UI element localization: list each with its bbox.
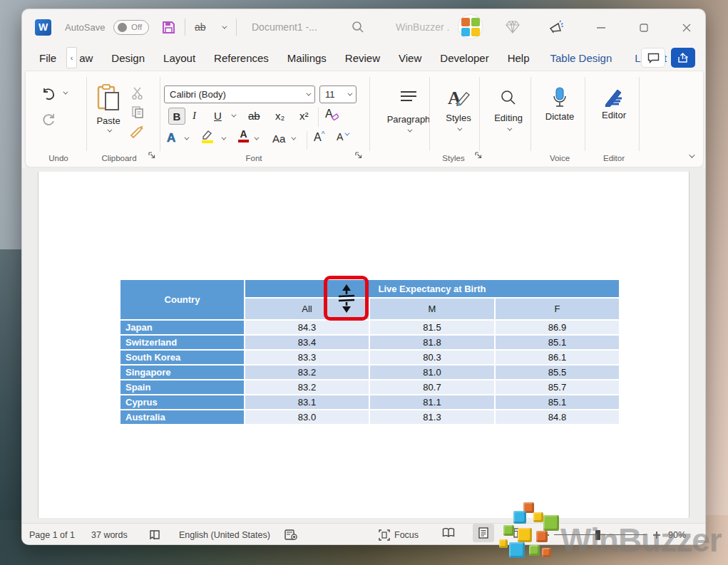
table-corner-header[interactable]: Country bbox=[120, 279, 245, 320]
undo-dropdown-chevron-icon[interactable] bbox=[63, 91, 66, 95]
editor-group-label: Editor bbox=[592, 154, 636, 162]
word-app-icon[interactable]: W bbox=[35, 9, 51, 45]
dictate-label: Dictate bbox=[545, 111, 574, 122]
row-resize-cursor-icon bbox=[337, 284, 356, 313]
close-button[interactable] bbox=[672, 19, 701, 36]
styles-dialog-launcher-icon[interactable] bbox=[475, 150, 483, 162]
tab-mailings[interactable]: Mailings bbox=[278, 45, 336, 71]
undo-group-label: Undo bbox=[39, 154, 78, 162]
italic-button[interactable]: I bbox=[193, 110, 196, 122]
autosave-state: Off bbox=[131, 23, 142, 31]
language-indicator[interactable]: English (United States) bbox=[179, 524, 270, 545]
font-size-select[interactable]: 11 bbox=[319, 85, 357, 103]
styles-button[interactable]: A Styles bbox=[438, 87, 479, 131]
table-row: Australia 83.0 81.3 84.8 bbox=[120, 410, 620, 425]
read-mode-button[interactable] bbox=[438, 524, 459, 542]
copy-icon[interactable] bbox=[131, 105, 144, 118]
font-name-select[interactable]: Calibri (Body) bbox=[164, 85, 315, 103]
tab-developer[interactable]: Developer bbox=[431, 45, 498, 71]
tab-view[interactable]: View bbox=[389, 45, 431, 71]
grow-font-button[interactable]: A^ bbox=[314, 131, 324, 144]
title-bar: W AutoSave Off ab Document1 -... WinBuzz… bbox=[22, 9, 705, 45]
shrink-font-button[interactable]: A bbox=[337, 131, 348, 142]
comments-button[interactable] bbox=[641, 48, 665, 68]
life-expectancy-table[interactable]: Country Live Expectancy at Birth All M F… bbox=[119, 279, 620, 425]
format-painter-icon[interactable] bbox=[130, 125, 145, 140]
autosave-toggle[interactable]: Off bbox=[113, 9, 149, 45]
paste-button[interactable]: Paste bbox=[96, 84, 121, 133]
subscript-button[interactable]: x₂ bbox=[275, 110, 284, 122]
zoom-slider[interactable] bbox=[554, 524, 647, 545]
clipboard-group-label: Clipboard bbox=[91, 154, 147, 162]
tab-draw[interactable]: aw bbox=[78, 45, 102, 71]
document-canvas[interactable]: Country Live Expectancy at Birth All M F… bbox=[22, 167, 706, 523]
strikethrough-quick-icon[interactable]: ab bbox=[195, 9, 206, 45]
ribbon-collapse-chevron-icon[interactable] bbox=[689, 148, 693, 161]
word-count[interactable]: 37 words bbox=[91, 524, 128, 545]
font-dialog-launcher-icon[interactable] bbox=[355, 150, 363, 162]
focus-button[interactable]: Focus bbox=[379, 524, 419, 545]
text-effects-button[interactable]: A bbox=[167, 131, 175, 145]
tab-references[interactable]: References bbox=[205, 45, 278, 71]
divider bbox=[185, 19, 185, 36]
maximize-button[interactable] bbox=[630, 19, 658, 36]
clear-formatting-button[interactable]: A bbox=[325, 108, 339, 120]
document-page[interactable]: Country Live Expectancy at Birth All M F… bbox=[38, 172, 689, 518]
change-case-button[interactable]: Aa bbox=[272, 133, 285, 145]
proofing-icon[interactable] bbox=[149, 524, 160, 545]
zoom-slider-handle[interactable] bbox=[595, 530, 600, 540]
print-layout-button[interactable] bbox=[473, 524, 494, 542]
table-span-header[interactable]: Live Expectancy at Birth bbox=[245, 279, 620, 298]
clipboard-dialog-launcher-icon[interactable] bbox=[148, 150, 156, 162]
tab-design[interactable]: Design bbox=[102, 45, 154, 71]
cut-icon[interactable] bbox=[131, 87, 144, 100]
feedback-megaphone-icon[interactable] bbox=[548, 9, 564, 45]
highlight-button[interactable] bbox=[201, 130, 214, 143]
change-case-chevron-icon[interactable] bbox=[291, 137, 294, 140]
tab-table-design[interactable]: Table Design bbox=[539, 45, 624, 71]
save-icon[interactable] bbox=[162, 9, 175, 45]
table-row: Japan 84.3 81.5 86.9 bbox=[120, 320, 620, 335]
document-title[interactable]: Document1 -... bbox=[252, 9, 317, 45]
macro-record-icon[interactable] bbox=[284, 524, 297, 545]
editor-button[interactable]: Editor bbox=[592, 87, 636, 120]
underline-chevron-icon[interactable] bbox=[231, 114, 235, 118]
dictate-button[interactable]: Dictate bbox=[538, 87, 582, 122]
zoom-in-button[interactable] bbox=[652, 524, 661, 545]
underline-button[interactable]: U bbox=[214, 110, 222, 122]
tab-file[interactable]: File bbox=[22, 45, 66, 71]
account-avatar[interactable] bbox=[458, 15, 482, 38]
redo-button[interactable] bbox=[41, 113, 56, 127]
tab-layout[interactable]: Layout bbox=[154, 45, 205, 71]
web-layout-button[interactable] bbox=[508, 524, 530, 542]
font-color-chevron-icon[interactable] bbox=[254, 137, 257, 140]
minimize-button[interactable] bbox=[587, 19, 615, 36]
table-subheader-m[interactable]: M bbox=[369, 298, 495, 320]
ribbon: Undo Paste Clipboard bbox=[25, 71, 704, 167]
superscript-button[interactable]: x² bbox=[299, 110, 309, 122]
table-subheader-f[interactable]: F bbox=[495, 298, 620, 320]
editing-chevron-icon bbox=[507, 126, 512, 131]
paragraph-chevron-icon bbox=[407, 128, 412, 133]
quick-access-chevron-icon[interactable] bbox=[222, 9, 225, 45]
premium-diamond-icon[interactable] bbox=[506, 9, 520, 45]
tab-review[interactable]: Review bbox=[336, 45, 389, 71]
tab-help[interactable]: Help bbox=[498, 45, 539, 71]
share-button[interactable] bbox=[671, 48, 695, 68]
undo-button[interactable] bbox=[41, 88, 57, 101]
paragraph-button[interactable]: Paragraph bbox=[386, 90, 431, 133]
editing-button[interactable]: Editing bbox=[488, 90, 529, 131]
account-name[interactable]: WinBuzzer . bbox=[396, 9, 449, 45]
bold-button[interactable]: B bbox=[168, 108, 185, 125]
text-effects-chevron-icon[interactable] bbox=[184, 137, 188, 140]
zoom-out-button[interactable] bbox=[541, 524, 550, 545]
page-indicator[interactable]: Page 1 of 1 bbox=[29, 524, 75, 545]
strikethrough-button[interactable]: ab bbox=[248, 110, 260, 122]
table-row: Switzerland 83.4 81.8 85.1 bbox=[120, 335, 620, 350]
highlight-chevron-icon[interactable] bbox=[221, 137, 225, 140]
paste-chevron-icon bbox=[107, 128, 112, 133]
zoom-level[interactable]: 90% bbox=[668, 524, 686, 545]
search-icon[interactable] bbox=[352, 9, 364, 45]
font-color-button[interactable]: A bbox=[238, 130, 249, 142]
styles-group-label: Styles bbox=[434, 154, 473, 162]
